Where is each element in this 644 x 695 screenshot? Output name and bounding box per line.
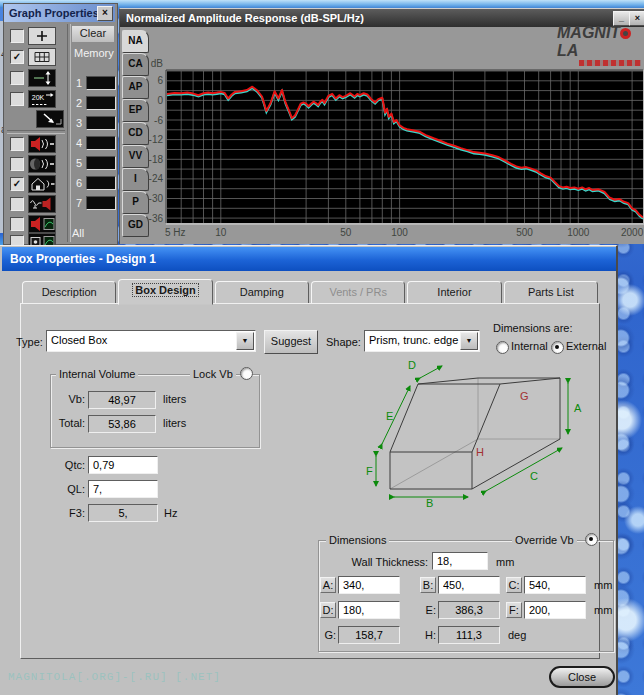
- wall-thickness-label: Wall Thickness:: [338, 556, 428, 568]
- toggle-row: [6, 69, 66, 89]
- memory-slot-button[interactable]: [86, 176, 116, 190]
- box-shape-value: Prism, trunc. edge: [369, 334, 458, 346]
- box-type-value: Closed Box: [51, 334, 107, 346]
- svg-text:10: 10: [215, 227, 227, 238]
- checkbox[interactable]: [10, 217, 24, 231]
- graph-properties-panel: Graph Properties × ✓20K✓ Clear Memory 12…: [3, 3, 118, 245]
- toggle-row: [6, 155, 66, 175]
- clear-button[interactable]: Clear: [72, 26, 114, 42]
- internal-volume-group: [50, 374, 260, 448]
- memory-slot-button[interactable]: [86, 76, 116, 90]
- close-button[interactable]: Close: [549, 666, 615, 688]
- graph-properties-title: Graph Properties: [9, 7, 99, 19]
- memory-slot-button[interactable]: [86, 96, 116, 110]
- dim-input-b[interactable]: [438, 576, 500, 594]
- grid-icon: [28, 48, 56, 68]
- chevron-down-icon[interactable]: ▼: [460, 332, 478, 350]
- memory-slot: 5: [72, 156, 116, 170]
- box-shape-select[interactable]: Prism, trunc. edge ▼: [364, 330, 480, 352]
- dim-label-chip: B:: [420, 577, 436, 593]
- override-vb-radio[interactable]: [585, 533, 598, 546]
- crosshair-icon: [28, 27, 56, 47]
- checkbox[interactable]: [10, 137, 24, 151]
- suggest-button[interactable]: Suggest: [264, 330, 318, 354]
- watermark-text: MAGNITOLA[.ORG]-[.RU] [.NET]: [8, 671, 221, 683]
- internal-radio[interactable]: [496, 341, 509, 354]
- dim-input-a[interactable]: [338, 576, 400, 594]
- memory-all-button[interactable]: All: [72, 227, 84, 239]
- checkbox[interactable]: ✓: [10, 50, 24, 64]
- svg-text:1000: 1000: [567, 227, 590, 238]
- tab-box-design[interactable]: Box Design: [118, 279, 212, 305]
- dim-label-chip: C:: [506, 577, 522, 593]
- memory-slot-button[interactable]: [86, 156, 116, 170]
- param-input[interactable]: [88, 480, 158, 498]
- param-input[interactable]: [88, 456, 158, 474]
- override-vb-label[interactable]: Override Vb: [512, 534, 577, 546]
- chevron-down-icon[interactable]: ▼: [236, 332, 254, 350]
- memory-slot-number: 3: [72, 117, 82, 129]
- volume-row-unit: liters: [163, 393, 186, 405]
- tab-interior[interactable]: Interior: [407, 281, 501, 304]
- memory-slot-number: 7: [72, 197, 82, 209]
- dim-value-e: 386,3: [438, 601, 500, 619]
- memory-slot-button[interactable]: [86, 116, 116, 130]
- dim-label-chip: D:: [320, 602, 336, 618]
- memory-slot: 1: [72, 76, 116, 90]
- tab-label: Vents / PRs: [329, 286, 386, 298]
- memory-slot-button[interactable]: [86, 136, 116, 150]
- memory-slot-number: 1: [72, 77, 82, 89]
- wall-thickness-input[interactable]: [432, 552, 488, 570]
- graph-properties-titlebar[interactable]: Graph Properties ×: [4, 4, 115, 22]
- close-icon[interactable]: ×: [97, 6, 113, 21]
- checkbox[interactable]: [10, 197, 24, 211]
- dim-input-f[interactable]: [524, 601, 586, 619]
- volume-row-value: 48,97: [88, 391, 156, 409]
- dialog-title: Box Properties - Design 1: [10, 252, 156, 266]
- dim-input-c[interactable]: [524, 576, 586, 594]
- toggle-row: [6, 110, 66, 130]
- svg-text:-24: -24: [149, 173, 164, 184]
- memory-slot: 7: [72, 196, 116, 210]
- svg-text:50: 50: [340, 227, 352, 238]
- checkbox[interactable]: [10, 157, 24, 171]
- param-value: 5,: [88, 504, 158, 522]
- lock-vb-radio[interactable]: [240, 367, 253, 380]
- external-radio-label[interactable]: External: [566, 340, 606, 352]
- tab-parts-list[interactable]: Parts List: [504, 281, 598, 304]
- svg-text:20K: 20K: [32, 94, 45, 101]
- tab-damping[interactable]: Damping: [215, 281, 309, 304]
- volume-row-unit: liters: [163, 417, 186, 429]
- lock-vb-label[interactable]: Lock Vb: [190, 368, 236, 380]
- memory-slot-button[interactable]: [86, 196, 116, 210]
- svg-text:-12: -12: [149, 134, 164, 145]
- dim-label-C: C: [530, 470, 538, 482]
- checkbox[interactable]: [10, 29, 24, 43]
- tab-vents-prs: Vents / PRs: [311, 281, 405, 304]
- checkbox[interactable]: ✓: [10, 177, 24, 191]
- svg-text:-18: -18: [149, 154, 164, 165]
- box-type-select[interactable]: Closed Box ▼: [46, 330, 256, 352]
- memory-slot: 6: [72, 176, 116, 190]
- toggle-row: [6, 195, 66, 215]
- dim-input-d[interactable]: [338, 601, 400, 619]
- checkbox[interactable]: [10, 71, 24, 85]
- internal-radio-label[interactable]: Internal: [511, 340, 548, 352]
- memory-slot: 4: [72, 136, 116, 150]
- angle-label-H: H: [476, 446, 484, 458]
- volume-row-value: 53,86: [88, 415, 156, 433]
- svg-text:-6: -6: [154, 115, 163, 126]
- checkbox[interactable]: [10, 92, 24, 106]
- external-radio[interactable]: [551, 341, 564, 354]
- dim-label-A: A: [574, 402, 582, 414]
- internal-volume-legend: Internal Volume: [56, 368, 138, 380]
- memory-slot-number: 5: [72, 157, 82, 169]
- zoom-corner-icon[interactable]: [36, 110, 64, 130]
- dim-label: G:: [322, 629, 336, 641]
- dim-label: H:: [422, 629, 436, 641]
- toggle-row: [6, 215, 66, 235]
- dialog-titlebar[interactable]: Box Properties - Design 1: [2, 247, 616, 271]
- tab-label: Damping: [240, 286, 284, 298]
- tab-description[interactable]: Description: [22, 281, 116, 304]
- dimensions-are-label: Dimensions are:: [493, 322, 572, 334]
